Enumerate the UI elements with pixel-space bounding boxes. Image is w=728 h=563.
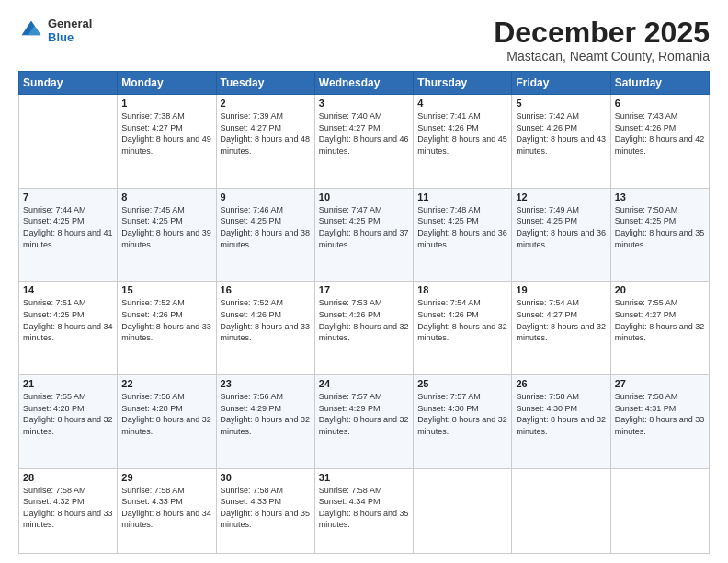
day-number: 31 — [319, 472, 409, 483]
calendar-page: General Blue December 2025 Mastacan, Nea… — [0, 0, 728, 563]
weekday-header-monday: Monday — [118, 72, 216, 95]
cell-info: Sunrise: 7:52 AMSunset: 4:26 PMDaylight:… — [121, 297, 211, 343]
cell-info: Sunrise: 7:58 AMSunset: 4:33 PMDaylight:… — [221, 485, 311, 531]
day-number: 14 — [23, 284, 113, 295]
calendar-week-5: 28Sunrise: 7:58 AMSunset: 4:32 PMDayligh… — [19, 468, 710, 553]
weekday-header-sunday: Sunday — [19, 72, 118, 95]
calendar-cell: 17Sunrise: 7:53 AMSunset: 4:26 PMDayligh… — [314, 282, 413, 375]
cell-info: Sunrise: 7:58 AMSunset: 4:31 PMDaylight:… — [615, 391, 705, 437]
day-number: 24 — [319, 378, 409, 389]
calendar-cell: 20Sunrise: 7:55 AMSunset: 4:27 PMDayligh… — [610, 282, 709, 375]
day-number: 18 — [417, 284, 507, 295]
weekday-header-thursday: Thursday — [414, 72, 512, 95]
calendar-cell — [512, 468, 610, 553]
calendar-cell: 8Sunrise: 7:45 AMSunset: 4:25 PMDaylight… — [118, 188, 216, 282]
weekday-header-wednesday: Wednesday — [314, 72, 413, 95]
cell-info: Sunrise: 7:50 AMSunset: 4:25 PMDaylight:… — [615, 204, 705, 250]
calendar-cell: 30Sunrise: 7:58 AMSunset: 4:33 PMDayligh… — [216, 468, 314, 553]
cell-info: Sunrise: 7:57 AMSunset: 4:29 PMDaylight:… — [319, 391, 409, 437]
day-number: 23 — [221, 378, 311, 389]
day-number: 17 — [319, 284, 409, 295]
calendar-cell: 18Sunrise: 7:54 AMSunset: 4:26 PMDayligh… — [414, 282, 512, 375]
cell-info: Sunrise: 7:51 AMSunset: 4:25 PMDaylight:… — [23, 297, 113, 343]
day-number: 12 — [516, 191, 606, 202]
cell-info: Sunrise: 7:44 AMSunset: 4:25 PMDaylight:… — [23, 204, 113, 250]
weekday-header-friday: Friday — [512, 72, 610, 95]
day-number: 27 — [615, 378, 705, 389]
calendar-cell: 10Sunrise: 7:47 AMSunset: 4:25 PMDayligh… — [314, 188, 413, 282]
cell-info: Sunrise: 7:46 AMSunset: 4:25 PMDaylight:… — [221, 204, 311, 250]
calendar-cell: 28Sunrise: 7:58 AMSunset: 4:32 PMDayligh… — [19, 468, 118, 553]
calendar-cell: 6Sunrise: 7:43 AMSunset: 4:26 PMDaylight… — [610, 95, 709, 189]
logo-text: General Blue — [48, 17, 92, 44]
day-number: 4 — [417, 98, 507, 109]
cell-info: Sunrise: 7:40 AMSunset: 4:27 PMDaylight:… — [319, 110, 409, 156]
calendar-cell: 29Sunrise: 7:58 AMSunset: 4:33 PMDayligh… — [118, 468, 216, 553]
calendar-cell: 23Sunrise: 7:56 AMSunset: 4:29 PMDayligh… — [216, 375, 314, 469]
month-title: December 2025 — [494, 17, 710, 49]
cell-info: Sunrise: 7:54 AMSunset: 4:26 PMDaylight:… — [417, 297, 507, 343]
calendar-week-3: 14Sunrise: 7:51 AMSunset: 4:25 PMDayligh… — [19, 282, 710, 375]
calendar-cell: 14Sunrise: 7:51 AMSunset: 4:25 PMDayligh… — [19, 282, 118, 375]
day-number: 22 — [121, 378, 211, 389]
cell-info: Sunrise: 7:43 AMSunset: 4:26 PMDaylight:… — [615, 110, 705, 156]
cell-info: Sunrise: 7:56 AMSunset: 4:29 PMDaylight:… — [221, 391, 311, 437]
calendar-cell: 24Sunrise: 7:57 AMSunset: 4:29 PMDayligh… — [314, 375, 413, 469]
cell-info: Sunrise: 7:58 AMSunset: 4:33 PMDaylight:… — [121, 485, 211, 531]
calendar-cell: 19Sunrise: 7:54 AMSunset: 4:27 PMDayligh… — [512, 282, 610, 375]
calendar-cell: 12Sunrise: 7:49 AMSunset: 4:25 PMDayligh… — [512, 188, 610, 282]
calendar-cell: 16Sunrise: 7:52 AMSunset: 4:26 PMDayligh… — [216, 282, 314, 375]
day-number: 30 — [221, 472, 311, 483]
cell-info: Sunrise: 7:57 AMSunset: 4:30 PMDaylight:… — [417, 391, 507, 437]
cell-info: Sunrise: 7:47 AMSunset: 4:25 PMDaylight:… — [319, 204, 409, 250]
day-number: 8 — [121, 191, 211, 202]
cell-info: Sunrise: 7:41 AMSunset: 4:26 PMDaylight:… — [417, 110, 507, 156]
day-number: 15 — [121, 284, 211, 295]
calendar-cell: 3Sunrise: 7:40 AMSunset: 4:27 PMDaylight… — [314, 95, 413, 189]
cell-info: Sunrise: 7:42 AMSunset: 4:26 PMDaylight:… — [516, 110, 606, 156]
location-text: Mastacan, Neamt County, Romania — [494, 49, 710, 63]
calendar-cell: 26Sunrise: 7:58 AMSunset: 4:30 PMDayligh… — [512, 375, 610, 469]
day-number: 10 — [319, 191, 409, 202]
calendar-cell: 5Sunrise: 7:42 AMSunset: 4:26 PMDaylight… — [512, 95, 610, 189]
calendar-cell: 21Sunrise: 7:55 AMSunset: 4:28 PMDayligh… — [19, 375, 118, 469]
day-number: 13 — [615, 191, 705, 202]
cell-info: Sunrise: 7:52 AMSunset: 4:26 PMDaylight:… — [221, 297, 311, 343]
calendar-week-1: 1Sunrise: 7:38 AMSunset: 4:27 PMDaylight… — [19, 95, 710, 189]
calendar-cell: 2Sunrise: 7:39 AMSunset: 4:27 PMDaylight… — [216, 95, 314, 189]
calendar-week-2: 7Sunrise: 7:44 AMSunset: 4:25 PMDaylight… — [19, 188, 710, 282]
day-number: 2 — [221, 98, 311, 109]
calendar-body: 1Sunrise: 7:38 AMSunset: 4:27 PMDaylight… — [19, 95, 710, 554]
cell-info: Sunrise: 7:53 AMSunset: 4:26 PMDaylight:… — [319, 297, 409, 343]
cell-info: Sunrise: 7:38 AMSunset: 4:27 PMDaylight:… — [121, 110, 211, 156]
day-number: 1 — [121, 98, 211, 109]
day-number: 11 — [417, 191, 507, 202]
calendar-cell: 22Sunrise: 7:56 AMSunset: 4:28 PMDayligh… — [118, 375, 216, 469]
day-number: 16 — [221, 284, 311, 295]
logo-icon — [18, 17, 44, 43]
calendar-cell: 25Sunrise: 7:57 AMSunset: 4:30 PMDayligh… — [414, 375, 512, 469]
day-number: 3 — [319, 98, 409, 109]
header: General Blue December 2025 Mastacan, Nea… — [18, 17, 710, 63]
calendar-cell — [414, 468, 512, 553]
cell-info: Sunrise: 7:58 AMSunset: 4:34 PMDaylight:… — [319, 485, 409, 531]
calendar-cell: 9Sunrise: 7:46 AMSunset: 4:25 PMDaylight… — [216, 188, 314, 282]
weekday-row: SundayMondayTuesdayWednesdayThursdayFrid… — [19, 72, 710, 95]
cell-info: Sunrise: 7:49 AMSunset: 4:25 PMDaylight:… — [516, 204, 606, 250]
cell-info: Sunrise: 7:58 AMSunset: 4:32 PMDaylight:… — [23, 485, 113, 531]
calendar-cell — [19, 95, 118, 189]
calendar-cell: 1Sunrise: 7:38 AMSunset: 4:27 PMDaylight… — [118, 95, 216, 189]
calendar-header: SundayMondayTuesdayWednesdayThursdayFrid… — [19, 72, 710, 95]
weekday-header-saturday: Saturday — [610, 72, 709, 95]
day-number: 7 — [23, 191, 113, 202]
day-number: 26 — [516, 378, 606, 389]
cell-info: Sunrise: 7:58 AMSunset: 4:30 PMDaylight:… — [516, 391, 606, 437]
calendar-week-4: 21Sunrise: 7:55 AMSunset: 4:28 PMDayligh… — [19, 375, 710, 469]
cell-info: Sunrise: 7:39 AMSunset: 4:27 PMDaylight:… — [221, 110, 311, 156]
cell-info: Sunrise: 7:56 AMSunset: 4:28 PMDaylight:… — [121, 391, 211, 437]
cell-info: Sunrise: 7:54 AMSunset: 4:27 PMDaylight:… — [516, 297, 606, 343]
day-number: 28 — [23, 472, 113, 483]
logo-blue-text: Blue — [48, 30, 92, 44]
calendar-cell: 13Sunrise: 7:50 AMSunset: 4:25 PMDayligh… — [610, 188, 709, 282]
calendar-cell — [610, 468, 709, 553]
